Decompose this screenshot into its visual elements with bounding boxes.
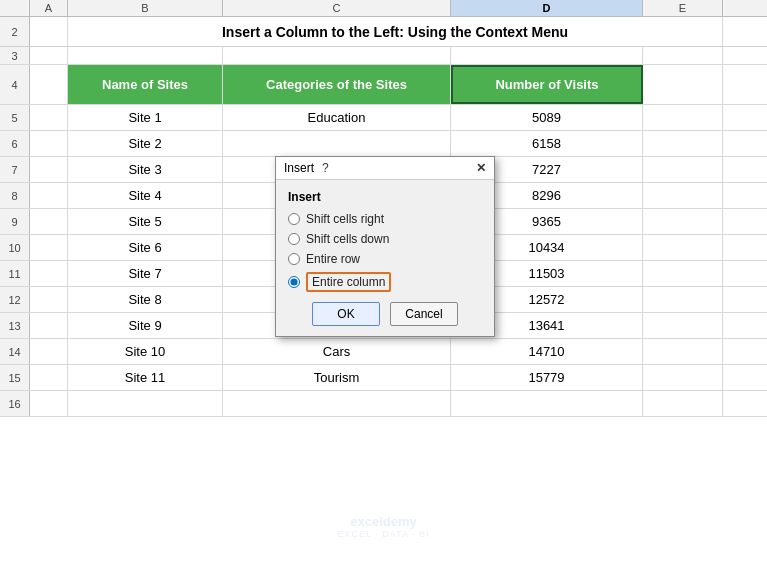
header-categories-label: Categories of the Sites xyxy=(266,77,407,92)
radio-shift-down[interactable]: Shift cells down xyxy=(288,232,482,246)
header-number-of-visits: Number of Visits xyxy=(451,65,643,104)
cell-5a xyxy=(30,105,68,130)
cell-11e xyxy=(643,261,723,286)
cell-16a xyxy=(30,391,68,416)
dialog-buttons: OK Cancel xyxy=(288,302,482,326)
radio-shift-right[interactable]: Shift cells right xyxy=(288,212,482,226)
cell-5e xyxy=(643,105,723,130)
cell-visits xyxy=(451,391,643,416)
watermark-line2: EXCEL · DATA · BI xyxy=(338,529,430,539)
row-2: 2 Insert a Column to the Left: Using the… xyxy=(0,17,767,47)
col-header-e: E xyxy=(643,0,723,16)
cell-site-name: Site 8 xyxy=(68,287,223,312)
radio-entire-column-input[interactable] xyxy=(288,276,300,288)
table-row: 14 Site 10 Cars 14710 xyxy=(0,339,767,365)
radio-entire-row-input[interactable] xyxy=(288,253,300,265)
cell-site-name: Site 11 xyxy=(68,365,223,390)
cell-13e xyxy=(643,313,723,338)
radio-entire-column[interactable]: Entire column xyxy=(288,272,482,292)
cell-site-name: Site 3 xyxy=(68,157,223,182)
dialog-body: Insert Shift cells right Shift cells dow… xyxy=(276,180,494,336)
cell-4e xyxy=(643,65,723,104)
cell-category: Tourism xyxy=(223,365,451,390)
cell-16e xyxy=(643,391,723,416)
row-num-13: 13 xyxy=(0,313,30,338)
row-num-15: 15 xyxy=(0,365,30,390)
cell-visits: 6158 xyxy=(451,131,643,156)
cell-3d xyxy=(451,47,643,64)
row-num-9: 9 xyxy=(0,209,30,234)
spreadsheet: A B C D E 2 Insert a Column to the Left:… xyxy=(0,0,767,569)
header-visits-label: Number of Visits xyxy=(495,77,598,92)
cell-4a xyxy=(30,65,68,104)
cell-3a xyxy=(30,47,68,64)
cell-15e xyxy=(643,365,723,390)
dialog-section-label: Insert xyxy=(288,190,482,204)
cell-site-name: Site 4 xyxy=(68,183,223,208)
radio-shift-down-label: Shift cells down xyxy=(306,232,389,246)
col-headers-row: A B C D E xyxy=(0,0,767,17)
cell-9a xyxy=(30,209,68,234)
cell-site-name: Site 7 xyxy=(68,261,223,286)
table-row: 15 Site 11 Tourism 15779 xyxy=(0,365,767,391)
row-num-5: 5 xyxy=(0,105,30,130)
cell-14e xyxy=(643,339,723,364)
insert-dialog[interactable]: Insert ? ✕ Insert Shift cells right Shif… xyxy=(275,156,495,337)
cell-category: Education xyxy=(223,105,451,130)
cell-site-name xyxy=(68,391,223,416)
radio-entire-row[interactable]: Entire row xyxy=(288,252,482,266)
cell-site-name: Site 2 xyxy=(68,131,223,156)
radio-entire-row-label: Entire row xyxy=(306,252,360,266)
header-categories: Categories of the Sites xyxy=(223,65,451,104)
col-header-b: B xyxy=(68,0,223,16)
row-4-header: 4 Name of Sites Categories of the Sites … xyxy=(0,65,767,105)
cell-8e xyxy=(643,183,723,208)
cell-15a xyxy=(30,365,68,390)
cell-7e xyxy=(643,157,723,182)
cell-6a xyxy=(30,131,68,156)
cell-9e xyxy=(643,209,723,234)
col-header-a: A xyxy=(30,0,68,16)
dialog-titlebar: Insert ? ✕ xyxy=(276,157,494,180)
watermark-line1: exceldemy xyxy=(338,514,430,529)
cell-6e xyxy=(643,131,723,156)
row-num-16: 16 xyxy=(0,391,30,416)
dialog-cancel-button[interactable]: Cancel xyxy=(390,302,458,326)
dialog-title-left: Insert ? xyxy=(284,161,329,175)
header-name-of-sites-label: Name of Sites xyxy=(102,77,188,92)
table-row: 16 xyxy=(0,391,767,417)
row-num-10: 10 xyxy=(0,235,30,260)
cell-13a xyxy=(30,313,68,338)
cell-8a xyxy=(30,183,68,208)
row-num-8: 8 xyxy=(0,183,30,208)
cell-category xyxy=(223,391,451,416)
dialog-title: Insert xyxy=(284,161,314,175)
table-row: 5 Site 1 Education 5089 xyxy=(0,105,767,131)
row-3: 3 xyxy=(0,47,767,65)
dialog-ok-button[interactable]: OK xyxy=(312,302,380,326)
header-name-of-sites: Name of Sites xyxy=(68,65,223,104)
radio-shift-right-input[interactable] xyxy=(288,213,300,225)
dialog-close-button[interactable]: ✕ xyxy=(476,161,486,175)
row-num-3: 3 xyxy=(0,47,30,64)
page-title: Insert a Column to the Left: Using the C… xyxy=(222,24,568,40)
col-header-d: D xyxy=(451,0,643,16)
dialog-question-mark: ? xyxy=(322,161,329,175)
merged-title-cell: Insert a Column to the Left: Using the C… xyxy=(68,17,723,46)
cell-site-name: Site 9 xyxy=(68,313,223,338)
corner-cell xyxy=(0,0,30,16)
cell-11a xyxy=(30,261,68,286)
row-num-7: 7 xyxy=(0,157,30,182)
cell-visits: 15779 xyxy=(451,365,643,390)
cell-7a xyxy=(30,157,68,182)
cell-3e xyxy=(643,47,723,64)
cell-10e xyxy=(643,235,723,260)
row-num-14: 14 xyxy=(0,339,30,364)
radio-entire-column-label: Entire column xyxy=(306,272,391,292)
cell-visits: 5089 xyxy=(451,105,643,130)
cell-14a xyxy=(30,339,68,364)
radio-shift-down-input[interactable] xyxy=(288,233,300,245)
cell-category xyxy=(223,131,451,156)
cell-category: Cars xyxy=(223,339,451,364)
cell-site-name: Site 10 xyxy=(68,339,223,364)
